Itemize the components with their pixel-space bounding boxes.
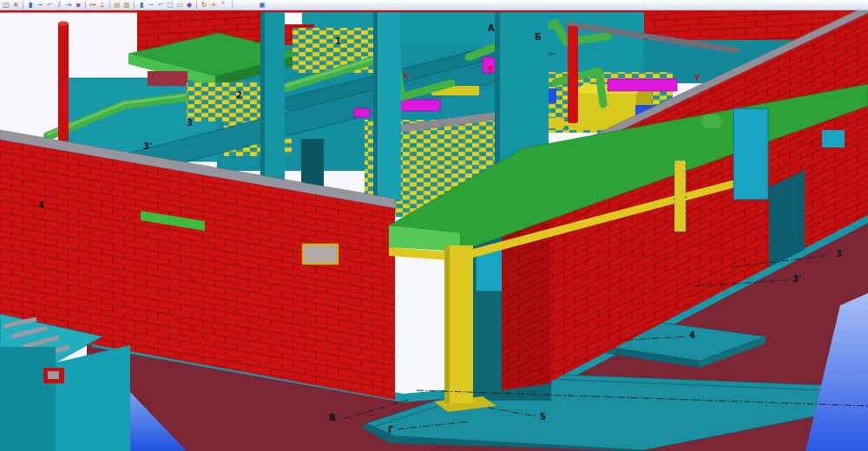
endpoint-snap-icon[interactable]: ⌐ (156, 1, 165, 9)
plumb-snap-icon[interactable]: ⊥ (98, 1, 107, 9)
snap-reference-icon[interactable]: ▮ (26, 1, 35, 9)
face-snap-icon[interactable]: ▭ (175, 1, 184, 9)
solid-snap-icon[interactable]: ◆ (185, 1, 194, 9)
snap-freehand-icon[interactable]: / (55, 1, 63, 9)
model-3d-scene[interactable] (0, 10, 868, 451)
screenshot-icon[interactable]: ◫ (2, 1, 10, 9)
toolbar-separator (134, 2, 135, 9)
toolbar-separator (196, 2, 197, 9)
rotate-icon[interactable]: ↻ (200, 1, 208, 9)
copy-icon[interactable]: ▤ (113, 1, 122, 9)
toolbar-separator (23, 2, 23, 9)
small-window[interactable] (822, 130, 845, 147)
snap-component-icon[interactable]: ▪ (74, 1, 82, 9)
model-viewport[interactable] (0, 10, 868, 451)
window-opening[interactable] (733, 108, 768, 199)
snap-flag-icon[interactable]: ⌐ (45, 1, 54, 9)
toolbar-separator (85, 2, 86, 9)
maroon-beam[interactable] (148, 71, 187, 86)
wall-vent[interactable] (303, 245, 338, 264)
toolbar-separator (109, 2, 110, 9)
toolbar-separator (232, 2, 233, 9)
eraser-icon[interactable]: ▢ (166, 1, 174, 9)
close-view-icon[interactable]: × (11, 1, 20, 9)
ortho-snap-icon[interactable]: ↦ (89, 1, 97, 9)
new-window-icon[interactable]: ▣ (258, 1, 266, 9)
pan-hand-icon[interactable]: + (209, 1, 218, 9)
cad-window: ◫×▮−⌐/→▪↦⊥▤▥▮−⌐▢▭◆↻+*▣ (0, 0, 868, 451)
edge-snap-icon[interactable]: ▮ (137, 1, 146, 9)
paste-icon[interactable]: ▥ (122, 1, 131, 9)
midpoint-snap-icon[interactable]: − (147, 1, 155, 9)
masonry-strip[interactable] (674, 160, 686, 232)
snap-cursor-icon[interactable]: → (64, 1, 73, 9)
green-pipe-stub[interactable] (701, 114, 722, 128)
toolbar: ◫×▮−⌐/→▪↦⊥▤▥▮−⌐▢▭◆↻+*▣ (0, 0, 868, 10)
snap-geometry-icon[interactable]: − (36, 1, 44, 9)
flower-component-icon[interactable]: * (219, 1, 227, 9)
